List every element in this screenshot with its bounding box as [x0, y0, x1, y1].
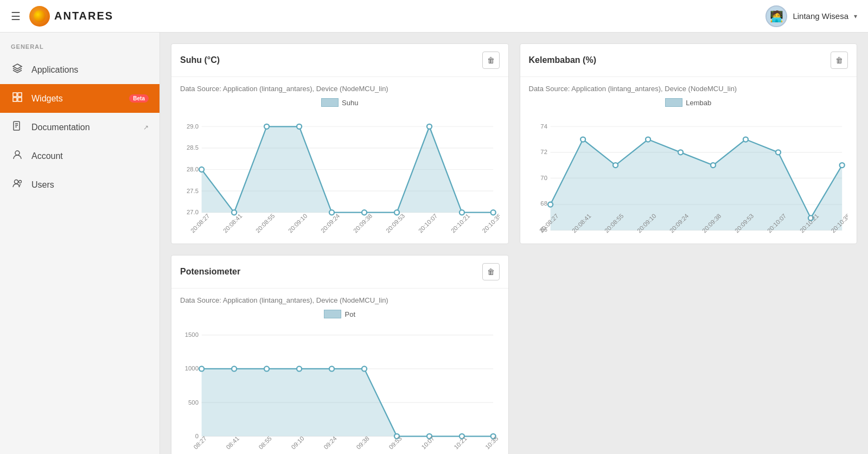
svg-text:20:08:27: 20:08:27 [189, 213, 211, 234]
svg-text:20:09:24: 20:09:24 [320, 213, 341, 234]
beta-badge: Beta [129, 94, 149, 103]
widget-potensiometer-header: Potensiometer 🗑 [171, 255, 508, 289]
widget-kelembaban-header: Kelembaban (%) 🗑 [520, 44, 857, 77]
svg-text:0: 0 [195, 433, 199, 439]
user-name: Lintang Wisesa [793, 11, 848, 21]
widget-suhu-chart: 29.0 28.5 28.0 27.5 27.0 [180, 111, 500, 236]
hamburger-menu[interactable]: ☰ [11, 10, 21, 23]
svg-point-22 [199, 167, 204, 172]
svg-rect-4 [14, 122, 20, 130]
sidebar-section-label: GENERAL [0, 43, 159, 55]
legend-box-suhu [321, 98, 339, 107]
svg-point-54 [580, 137, 585, 142]
svg-text:20:10:21: 20:10:21 [450, 213, 471, 234]
svg-text:20:09:53: 20:09:53 [385, 213, 406, 234]
svg-text:29.0: 29.0 [187, 123, 199, 130]
svg-text:20:10:07: 20:10:07 [417, 213, 439, 234]
svg-point-27 [362, 210, 367, 215]
svg-point-23 [232, 210, 237, 215]
svg-point-59 [743, 137, 748, 142]
header-left: ☰ ANTARES [11, 6, 113, 27]
widget-suhu-delete[interactable]: 🗑 [482, 52, 500, 69]
svg-point-25 [297, 124, 302, 129]
suhu-svg: 29.0 28.5 28.0 27.5 27.0 [180, 111, 500, 234]
svg-point-87 [362, 367, 367, 372]
svg-point-30 [459, 210, 464, 215]
avatar: 🧑‍💻 [765, 5, 787, 27]
svg-rect-3 [18, 98, 22, 101]
svg-text:500: 500 [188, 399, 199, 406]
svg-point-83 [232, 367, 237, 372]
sidebar-item-widgets[interactable]: Widgets Beta [0, 84, 159, 113]
sidebar: GENERAL Applications Widgets [0, 33, 160, 454]
layers-icon [11, 63, 24, 76]
svg-marker-52 [550, 139, 842, 230]
app-header: ☰ ANTARES 🧑‍💻 Lintang Wisesa ▾ [0, 0, 868, 33]
header-right: 🧑‍💻 Lintang Wisesa ▾ [765, 5, 857, 27]
sidebar-applications-label: Applications [31, 65, 149, 75]
svg-text:20:09:38: 20:09:38 [352, 213, 374, 234]
user-dropdown-arrow[interactable]: ▾ [854, 12, 857, 20]
widget-potensiometer-body: Data Source: Application (lintang_antare… [171, 289, 508, 454]
svg-text:09:53: 09:53 [387, 435, 403, 450]
svg-point-28 [394, 210, 399, 215]
main-content: Suhu (°C) 🗑 Data Source: Application (li… [160, 33, 868, 454]
svg-text:72: 72 [540, 149, 547, 155]
svg-point-53 [548, 202, 553, 207]
widget-potensiometer: Potensiometer 🗑 Data Source: Application… [171, 255, 509, 454]
svg-point-85 [297, 367, 302, 372]
widget-kelembaban-delete[interactable]: 🗑 [831, 52, 848, 69]
legend-label-kelembaban: Lembab [686, 99, 711, 107]
account-icon [11, 149, 24, 163]
legend-label-pot: Pot [344, 310, 355, 318]
users-icon [11, 178, 24, 191]
svg-text:27.0: 27.0 [187, 209, 199, 215]
app-body: GENERAL Applications Widgets [0, 33, 868, 454]
sidebar-users-label: Users [31, 180, 149, 190]
widget-kelembaban-legend: Lembab [529, 98, 848, 107]
sidebar-item-users[interactable]: Users [0, 170, 159, 199]
svg-point-10 [19, 181, 22, 183]
svg-point-9 [15, 180, 18, 184]
widget-suhu-body: Data Source: Application (lintang_antare… [171, 77, 508, 244]
legend-box-pot [324, 310, 341, 318]
logo-icon [29, 6, 50, 27]
svg-text:70: 70 [540, 175, 547, 181]
legend-label-suhu: Suhu [342, 99, 358, 107]
svg-rect-0 [13, 93, 17, 97]
svg-text:20:09:10: 20:09:10 [287, 213, 309, 234]
sidebar-item-documentation[interactable]: Documentation ↗ [0, 113, 159, 142]
svg-point-24 [264, 124, 269, 129]
svg-point-31 [491, 210, 496, 215]
svg-point-8 [15, 151, 20, 155]
svg-text:08:41: 08:41 [225, 435, 240, 450]
sidebar-item-account[interactable]: Account [0, 142, 159, 170]
svg-text:09:38: 09:38 [355, 435, 370, 450]
svg-text:27.5: 27.5 [187, 188, 199, 194]
external-link-icon: ↗ [143, 124, 149, 131]
svg-point-60 [775, 150, 780, 155]
svg-text:09:24: 09:24 [322, 435, 337, 450]
widget-suhu-datasource: Data Source: Application (lintang_antare… [180, 85, 500, 93]
sidebar-account-label: Account [31, 151, 149, 161]
svg-point-26 [329, 210, 334, 215]
widget-potensiometer-delete[interactable]: 🗑 [482, 263, 500, 280]
widget-suhu: Suhu (°C) 🗑 Data Source: Application (li… [171, 43, 509, 244]
svg-text:20:10:35: 20:10:35 [481, 213, 500, 234]
svg-text:09:10: 09:10 [290, 435, 305, 450]
sidebar-item-applications[interactable]: Applications [0, 55, 159, 84]
svg-text:1000: 1000 [185, 366, 199, 372]
widget-suhu-header: Suhu (°C) 🗑 [171, 44, 508, 77]
widget-suhu-legend: Suhu [180, 98, 500, 107]
svg-text:10:35: 10:35 [484, 435, 499, 450]
svg-rect-1 [18, 93, 22, 97]
svg-point-84 [264, 367, 269, 372]
svg-rect-2 [13, 98, 17, 101]
logo: ANTARES [29, 6, 113, 27]
svg-text:28.0: 28.0 [187, 166, 199, 172]
sidebar-widgets-label: Widgets [31, 94, 119, 104]
legend-box-kelembaban [665, 98, 682, 107]
sidebar-documentation-label: Documentation [31, 123, 136, 132]
widget-suhu-title: Suhu (°C) [180, 55, 220, 65]
svg-point-29 [427, 124, 432, 129]
